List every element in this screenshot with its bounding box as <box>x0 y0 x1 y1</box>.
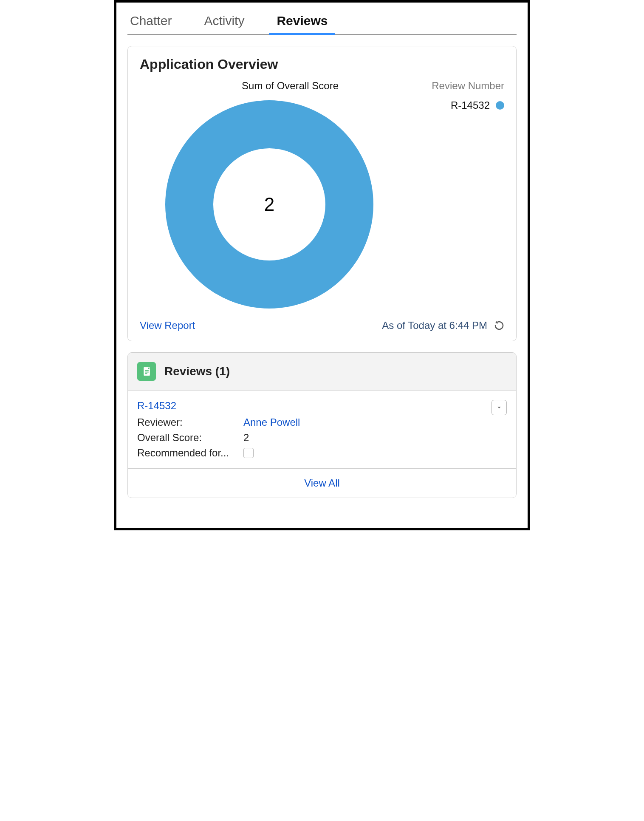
card-footer: View Report As of Today at 6:44 PM <box>140 320 504 331</box>
overall-score-label: Overall Score: <box>137 432 243 444</box>
reviewer-link[interactable]: Anne Powell <box>243 416 507 428</box>
chart-block: Sum of Overall Score 2 <box>140 80 504 309</box>
tab-bar: Chatter Activity Reviews <box>127 14 517 35</box>
legend-item-label: R-14532 <box>451 99 490 111</box>
donut-center-value: 2 <box>213 148 326 261</box>
chart-legend: Review Number R-14532 <box>432 80 504 111</box>
recommended-label: Recommended for... <box>137 447 243 459</box>
tab-chatter[interactable]: Chatter <box>130 14 172 34</box>
related-list-title: Reviews (1) <box>164 365 230 378</box>
legend-item: R-14532 <box>432 99 504 111</box>
svg-rect-2 <box>145 372 149 373</box>
legend-color-swatch <box>496 101 504 110</box>
related-list-header: Reviews (1) <box>128 353 516 391</box>
refresh-icon[interactable] <box>494 320 504 331</box>
related-list-footer: View All <box>128 469 516 498</box>
review-fields: Reviewer: Anne Powell Overall Score: 2 R… <box>137 416 507 459</box>
tab-reviews[interactable]: Reviews <box>277 14 328 34</box>
report-timestamp: As of Today at 6:44 PM <box>382 320 504 331</box>
reviews-icon <box>137 362 156 381</box>
svg-rect-3 <box>145 373 147 374</box>
card-title: Application Overview <box>140 57 504 72</box>
chart-row: Sum of Overall Score 2 Review Number R-1… <box>140 80 504 309</box>
timestamp-text: As of Today at 6:44 PM <box>382 320 487 331</box>
donut-ring: 2 <box>165 100 373 309</box>
recommended-checkbox <box>243 448 254 458</box>
overall-score-value: 2 <box>243 432 507 444</box>
legend-title: Review Number <box>432 80 504 92</box>
page-frame: Chatter Activity Reviews Application Ove… <box>114 0 530 530</box>
row-actions-menu[interactable] <box>491 400 507 415</box>
reviews-related-list: Reviews (1) R-14532 Reviewer: Anne Powel… <box>127 352 517 498</box>
svg-rect-1 <box>145 370 149 371</box>
donut-chart: 2 <box>165 100 373 309</box>
reviewer-label: Reviewer: <box>137 416 243 428</box>
application-overview-card: Application Overview Sum of Overall Scor… <box>127 46 517 341</box>
view-report-link[interactable]: View Report <box>140 320 195 331</box>
view-all-link[interactable]: View All <box>304 477 340 489</box>
related-list-body: R-14532 Reviewer: Anne Powell Overall Sc… <box>128 391 516 469</box>
review-record-link[interactable]: R-14532 <box>137 400 176 412</box>
tab-activity[interactable]: Activity <box>204 14 244 34</box>
